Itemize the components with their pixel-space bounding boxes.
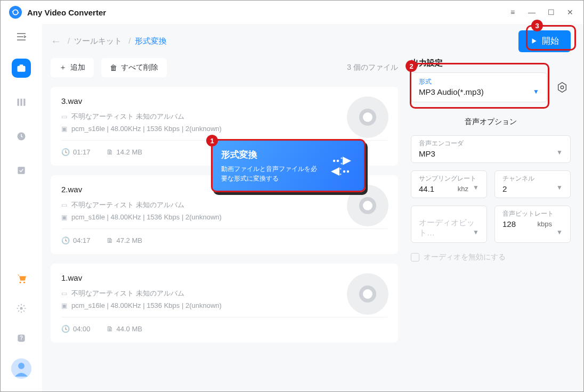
app-logo-icon — [9, 6, 22, 19]
svg-point-21 — [333, 160, 335, 162]
svg-point-24 — [340, 162, 342, 164]
convert-popup[interactable]: 形式変換 動画ファイルと音声ファイルを必要な形式に変換する — [211, 139, 366, 192]
sidebar: ? — [1, 24, 42, 391]
format-select[interactable]: 形式 MP3 Audio(*.mp3) ▼ — [411, 72, 547, 102]
plus-icon: ＋ — [59, 63, 67, 72]
chevron-down-icon: ▼ — [473, 184, 479, 191]
channel-select[interactable]: チャンネル 2 ▼ — [494, 170, 571, 198]
svg-point-12 — [20, 307, 23, 310]
svg-rect-6 — [20, 99, 22, 105]
svg-rect-7 — [23, 99, 25, 105]
play-icon — [530, 37, 538, 45]
encoder-select[interactable]: 音声エンコーダ MP3 ▼ — [411, 135, 571, 163]
start-button[interactable]: 開始 — [518, 30, 571, 52]
settings-icon[interactable] — [12, 299, 31, 318]
codec-icon: ▣ — [61, 125, 67, 133]
svg-point-11 — [23, 282, 25, 283]
svg-point-23 — [340, 157, 342, 159]
menu-icon[interactable]: ≡ — [508, 8, 517, 17]
app-window: Any Video Converter ≡ — ☐ ✕ — [0, 0, 584, 392]
audio-options-heading: 音声オプション — [411, 117, 571, 127]
svg-marker-17 — [532, 38, 537, 43]
chevron-down-icon: ▼ — [473, 228, 479, 236]
output-settings-heading: 出力設定 — [411, 58, 571, 68]
svg-point-10 — [20, 282, 21, 283]
svg-marker-20 — [343, 157, 351, 165]
codec-icon: ▣ — [61, 214, 67, 221]
delete-all-button[interactable]: 🗑すべて削除 — [101, 58, 167, 77]
svg-rect-3 — [18, 66, 26, 72]
shop-icon[interactable] — [12, 269, 31, 288]
chevron-down-icon: ▼ — [556, 184, 563, 191]
breadcrumb-current: 形式変換 — [128, 36, 167, 46]
file-count: 3 個のファイル — [347, 63, 398, 72]
file-icon: 🗎 — [107, 148, 113, 156]
svg-rect-9 — [18, 167, 25, 174]
sidebar-item-history[interactable] — [12, 127, 31, 146]
disable-audio-checkbox[interactable]: オーディオを無効にする — [411, 252, 571, 262]
svg-point-29 — [339, 173, 341, 175]
minimize-button[interactable]: — — [527, 8, 537, 17]
chevron-down-icon: ▼ — [556, 228, 563, 236]
titlebar: Any Video Converter ≡ — ☐ ✕ — [1, 1, 583, 24]
samplerate-select[interactable]: サンプリングレート 44.1khz ▼ — [411, 170, 487, 198]
svg-point-27 — [347, 170, 349, 173]
file-name: 3.wav — [61, 96, 387, 105]
svg-rect-5 — [18, 99, 19, 105]
sidebar-item-toolkit[interactable] — [12, 59, 31, 78]
popup-title: 形式変換 — [221, 149, 318, 161]
popup-desc: 動画ファイルと音声ファイルを必要な形式に変換する — [221, 164, 318, 183]
back-icon[interactable]: ← — [51, 35, 61, 47]
breadcrumb-toolkit[interactable]: ツールキット — [68, 36, 122, 46]
main-area: ← ツールキット 形式変換 開始 ＋追加 🗑すべて削除 3 個のファイル — [42, 24, 583, 391]
audiobit-select: オーディオビット… ▼ — [411, 206, 487, 243]
file-card[interactable]: 1.wav ▭不明なアーティスト 未知のアルバム ▣pcm_s16le | 48… — [51, 264, 398, 342]
maximize-button[interactable]: ☐ — [546, 8, 556, 17]
user-avatar[interactable] — [11, 358, 31, 379]
svg-marker-25 — [331, 167, 339, 176]
svg-text:?: ? — [20, 335, 23, 341]
annotation-badge-2: 2 — [405, 60, 417, 72]
trash-icon: 🗑 — [110, 63, 117, 72]
codec-icon: ▣ — [61, 302, 67, 309]
add-button[interactable]: ＋追加 — [51, 58, 94, 77]
sidebar-item-library[interactable] — [12, 93, 31, 112]
bitrate-select[interactable]: 音声ビットレート 128kbps ▼ — [494, 206, 571, 243]
clock-icon: 🕓 — [61, 325, 70, 333]
checkbox-icon — [411, 253, 419, 262]
sidebar-toggle-icon[interactable] — [16, 32, 27, 44]
file-icon: 🗎 — [107, 236, 113, 244]
advanced-settings-icon[interactable] — [554, 79, 571, 96]
file-panel: ＋追加 🗑すべて削除 3 個のファイル 3.wav ▭不明なアーティスト 未知の… — [51, 58, 398, 352]
clock-icon: 🕓 — [61, 236, 70, 244]
svg-rect-4 — [20, 64, 23, 66]
clock-icon: 🕓 — [61, 148, 70, 156]
output-settings-panel: 出力設定 形式 MP3 Audio(*.mp3) ▼ 音声オプション — [411, 58, 571, 352]
breadcrumb: ← ツールキット 形式変換 — [51, 35, 167, 47]
swap-arrows-icon — [327, 151, 355, 180]
sidebar-item-tasks[interactable] — [12, 161, 31, 180]
help-icon[interactable]: ? — [12, 329, 31, 348]
annotation-badge-3: 3 — [531, 20, 543, 31]
artist-icon: ▭ — [61, 201, 67, 209]
file-icon: 🗎 — [107, 325, 113, 333]
artist-icon: ▭ — [61, 290, 67, 297]
svg-point-22 — [337, 160, 339, 162]
file-name: 1.wav — [61, 273, 387, 282]
close-button[interactable]: ✕ — [565, 8, 575, 17]
svg-point-26 — [343, 170, 345, 173]
audio-thumb-icon — [347, 273, 388, 315]
app-title: Any Video Converter — [27, 8, 106, 17]
svg-point-28 — [339, 168, 341, 169]
audio-thumb-icon — [347, 96, 388, 138]
chevron-down-icon: ▼ — [556, 149, 563, 156]
svg-point-19 — [561, 86, 564, 89]
svg-point-16 — [18, 363, 25, 369]
annotation-badge-1: 1 — [206, 135, 218, 146]
artist-icon: ▭ — [61, 113, 67, 120]
chevron-down-icon: ▼ — [533, 88, 539, 95]
svg-marker-18 — [558, 83, 566, 92]
